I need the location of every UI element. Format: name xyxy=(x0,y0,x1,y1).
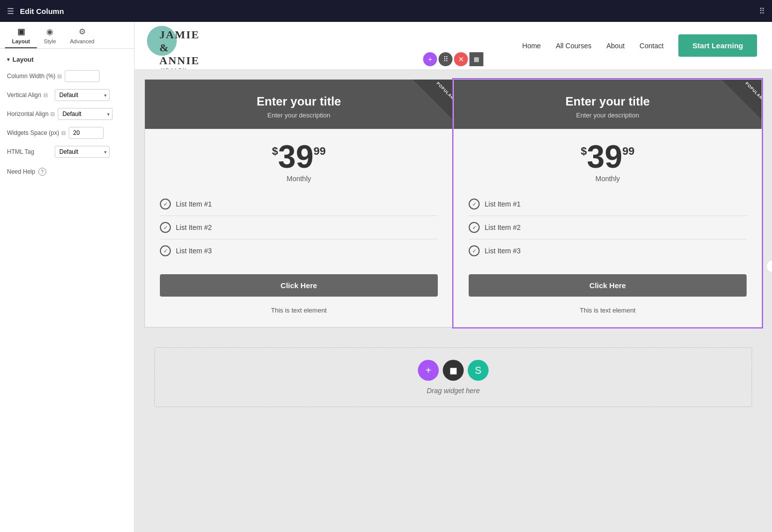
need-help-label: Need Help xyxy=(7,168,35,175)
check-icon-2-2: ✓ xyxy=(469,222,480,233)
price-cents-2: 99 xyxy=(622,145,634,158)
responsive-icon-ws: ⊟ xyxy=(61,130,66,136)
nav-contact[interactable]: Contact xyxy=(640,42,663,50)
tab-layout[interactable]: ▣ Layout xyxy=(5,22,37,48)
price-main-1: 39 xyxy=(278,141,313,173)
top-bar-title: Edit Column xyxy=(20,7,64,15)
need-help[interactable]: Need Help ? xyxy=(7,168,127,176)
pricing-header-2: Enter your title Enter your description … xyxy=(454,80,762,129)
text-element-1: This is text element xyxy=(145,304,453,317)
nav-all-courses[interactable]: All Courses xyxy=(556,42,592,50)
html-tag-select[interactable]: Defaultdivsectionarticle xyxy=(55,146,110,158)
list-item: ✓ List Item #3 xyxy=(160,239,438,262)
close-column-button[interactable]: ✕ xyxy=(454,52,468,66)
pricing-column-1: Enter your title Enter your description … xyxy=(144,79,453,327)
html-tag-wrapper: Defaultdivsectionarticle xyxy=(55,146,110,158)
price-period-1: Monthly xyxy=(150,175,448,183)
column-controls: + ⠿ ✕ ▦ xyxy=(423,52,484,66)
pricing-section: + ⠿ ✕ ▦ Enter your title Enter your desc… xyxy=(134,69,772,337)
grid-icon[interactable]: ⠿ xyxy=(759,6,765,16)
list-item-text-1-3: List Item #3 xyxy=(176,247,212,255)
pricing-price-1: $ 39 99 Monthly xyxy=(145,129,453,188)
list-items-2: ✓ List Item #1 ✓ List Item #2 ✓ List Ite… xyxy=(454,188,762,267)
price-period-2: Monthly xyxy=(459,175,757,183)
price-dollar-2: $ xyxy=(581,145,587,158)
price-cents-1: 99 xyxy=(313,145,325,158)
pricing-price-2: $ 39 99 Monthly xyxy=(454,129,762,188)
canvas-area: JAMIE & ANNIE HEALTH & NUTRITION Home Al… xyxy=(134,22,772,532)
list-item-text-2-3: List Item #3 xyxy=(485,247,520,255)
text-element-2: This is text element xyxy=(454,304,762,317)
left-panel: ▣ Layout ◉ Style ⚙ Advanced ▾ Layout Col… xyxy=(0,22,134,532)
list-item-text-2-1: List Item #1 xyxy=(485,200,520,208)
pricing-header-1: Enter your title Enter your description … xyxy=(145,80,453,129)
pricing-title-2: Enter your title xyxy=(464,95,752,108)
responsive-icon-cw: ⊟ xyxy=(57,73,62,80)
widget-type-2-icon[interactable]: S xyxy=(468,360,489,381)
responsive-icon-va: ⊟ xyxy=(43,92,48,99)
tab-advanced[interactable]: ⚙ Advanced xyxy=(63,22,102,48)
price-main-2: 39 xyxy=(587,141,622,173)
column-settings-button[interactable]: ▦ xyxy=(470,52,484,66)
list-item: ✓ List Item #2 xyxy=(469,216,747,239)
list-item: ✓ List Item #1 xyxy=(160,193,438,216)
popular-ribbon-1: POPULAR xyxy=(413,80,453,119)
add-column-button[interactable]: + xyxy=(423,52,437,66)
move-column-button[interactable]: ⠿ xyxy=(439,52,453,66)
tab-style[interactable]: ◉ Style xyxy=(37,22,63,48)
pricing-desc-2: Enter your description xyxy=(464,111,752,119)
horizontal-align-select[interactable]: DefaultLeftCenterRight xyxy=(58,108,113,120)
column-width-input[interactable] xyxy=(65,70,100,82)
start-learning-button[interactable]: Start Learning xyxy=(678,34,757,57)
horizontal-align-row: Horizontal Align ⊟ DefaultLeftCenterRigh… xyxy=(7,108,127,120)
hamburger-icon[interactable]: ☰ xyxy=(7,6,14,16)
pricing-column-2: Enter your title Enter your description … xyxy=(453,79,762,327)
widget-type-1-icon[interactable]: ◼ xyxy=(443,360,464,381)
widgets-space-input[interactable] xyxy=(69,127,104,139)
top-bar: ☰ Edit Column ⠿ xyxy=(0,0,772,22)
check-icon-1-2: ✓ xyxy=(160,222,171,233)
tabs-row: ▣ Layout ◉ Style ⚙ Advanced xyxy=(0,22,134,49)
list-item: ✓ List Item #2 xyxy=(160,216,438,239)
html-tag-label: HTML Tag xyxy=(7,148,52,155)
check-icon-1-1: ✓ xyxy=(160,199,171,210)
price-dollar-1: $ xyxy=(272,145,278,158)
list-item-text-1-1: List Item #1 xyxy=(176,200,212,208)
vertical-align-row: Vertical Align ⊟ DefaultTopMiddleBottom xyxy=(7,89,127,101)
advanced-tab-icon: ⚙ xyxy=(79,27,86,36)
help-icon: ? xyxy=(38,168,46,176)
drag-widget-text: Drag widget here xyxy=(427,387,480,395)
panel-content: ▾ Layout Column Width (%) ⊟ Vertical Ali… xyxy=(0,49,134,532)
pricing-columns: Enter your title Enter your description … xyxy=(144,79,762,327)
drag-widget-section: + ◼ S Drag widget here xyxy=(154,347,752,407)
list-item-text-2-2: List Item #2 xyxy=(485,223,520,231)
vertical-align-select[interactable]: DefaultTopMiddleBottom xyxy=(55,89,110,101)
horizontal-align-wrapper: DefaultLeftCenterRight xyxy=(58,108,113,120)
logo-area: JAMIE & ANNIE HEALTH & NUTRITION xyxy=(149,28,189,63)
tab-advanced-label: Advanced xyxy=(70,38,95,44)
drag-widget-outer: + ◼ S Drag widget here xyxy=(134,337,772,417)
logo-brand: JAMIE & ANNIE xyxy=(159,28,189,67)
nav-links: Home All Courses About Contact Start Lea… xyxy=(522,34,757,57)
list-item-text-1-2: List Item #2 xyxy=(176,223,212,231)
cta-button-1[interactable]: Click Here xyxy=(160,274,438,297)
layout-section-header: ▾ Layout xyxy=(7,56,127,63)
horizontal-align-label: Horizontal Align ⊟ xyxy=(7,110,55,117)
list-item: ✓ List Item #3 xyxy=(469,239,747,262)
arrow-icon: ▾ xyxy=(7,57,9,62)
cta-button-2[interactable]: Click Here xyxy=(469,274,747,297)
responsive-icon-ha: ⊟ xyxy=(50,111,55,117)
nav-home[interactable]: Home xyxy=(522,42,541,50)
check-icon-2-1: ✓ xyxy=(469,199,480,210)
vertical-align-wrapper: DefaultTopMiddleBottom xyxy=(55,89,110,101)
nav-about[interactable]: About xyxy=(606,42,625,50)
column-width-row: Column Width (%) ⊟ xyxy=(7,70,127,82)
widgets-space-label: Widgets Space (px) ⊟ xyxy=(7,129,66,136)
widgets-space-row: Widgets Space (px) ⊟ xyxy=(7,127,127,139)
drag-widget-icons: + ◼ S xyxy=(418,360,489,381)
column-width-label: Column Width (%) ⊟ xyxy=(7,73,62,80)
popular-ribbon-2: POPULAR xyxy=(722,80,762,119)
add-widget-icon[interactable]: + xyxy=(418,360,439,381)
popular-badge-text-1: POPULAR xyxy=(435,81,453,101)
check-icon-2-3: ✓ xyxy=(469,245,480,256)
